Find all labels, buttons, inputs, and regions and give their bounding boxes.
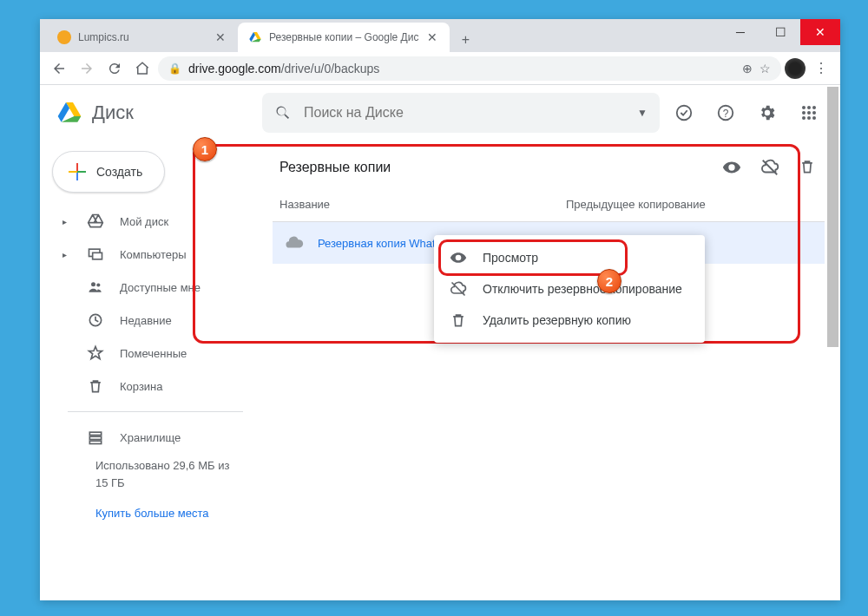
url-domain: drive.google.com	[188, 62, 281, 75]
sidebar-item-starred[interactable]: Помеченные	[47, 337, 257, 370]
svg-marker-5	[62, 116, 82, 122]
context-menu-delete[interactable]: Удалить резервную копию	[434, 305, 705, 336]
profile-avatar[interactable]	[785, 58, 806, 79]
svg-point-13	[807, 111, 811, 115]
table-header: Название Предыдущее копирование	[273, 193, 825, 222]
scrollbar-thumb[interactable]	[827, 87, 838, 347]
url-field[interactable]: 🔒 drive.google.com/drive/u/0/backups ⊕ ☆	[158, 56, 781, 81]
ready-offline-button[interactable]	[667, 95, 701, 130]
address-bar: 🔒 drive.google.com/drive/u/0/backups ⊕ ☆…	[40, 52, 840, 85]
sidebar-item-computers[interactable]: ▸Компьютеры	[47, 238, 257, 271]
tab-close-icon[interactable]: ✕	[214, 30, 227, 44]
new-tab-button[interactable]: +	[453, 28, 477, 52]
computers-icon	[87, 246, 104, 263]
search-options-icon[interactable]: ▼	[637, 107, 648, 119]
apps-button[interactable]	[792, 95, 826, 130]
context-menu-label: Удалить резервную копию	[483, 313, 631, 327]
search-input[interactable]	[304, 105, 625, 121]
view-icon[interactable]	[722, 158, 741, 177]
help-button[interactable]: ?	[708, 95, 743, 130]
page-title: Резервные копии	[279, 160, 391, 175]
storage-usage: Использовано 29,6 МБ из 15 ГБ	[47, 454, 257, 491]
create-button[interactable]: Создать	[52, 151, 165, 193]
drive-favicon-icon	[248, 30, 262, 44]
context-menu-disable[interactable]: Отключить резервное копирование	[434, 273, 705, 305]
create-label: Создать	[96, 165, 142, 179]
svg-point-10	[807, 106, 811, 109]
forward-button[interactable]	[75, 56, 99, 81]
lock-icon: 🔒	[168, 62, 181, 75]
browser-tab[interactable]: Резервные копии – Google Дис ✕	[238, 23, 450, 52]
context-menu-label: Отключить резервное копирование	[483, 282, 682, 296]
svg-point-6	[677, 106, 692, 121]
svg-point-20	[91, 282, 95, 286]
trash-icon	[450, 311, 467, 329]
section-header: Резервные копии	[273, 151, 825, 193]
svg-marker-1	[249, 32, 255, 42]
back-button[interactable]	[47, 56, 71, 81]
browser-menu-button[interactable]: ⋮	[809, 56, 833, 81]
sidebar-item-label: Компьютеры	[120, 248, 187, 261]
svg-rect-19	[93, 252, 102, 259]
close-button[interactable]: ✕	[800, 19, 840, 45]
context-menu: Просмотр Отключить резервное копирование…	[434, 235, 705, 343]
cloud-icon	[285, 233, 304, 252]
svg-rect-24	[89, 436, 101, 439]
eye-icon	[450, 249, 467, 266]
search-box[interactable]: ▼	[262, 93, 660, 133]
sidebar-item-label: Хранилище	[120, 431, 181, 444]
tab-title: Резервные копии – Google Дис	[269, 31, 418, 43]
disable-backup-icon[interactable]	[760, 158, 779, 177]
settings-button[interactable]	[750, 95, 785, 130]
trash-icon	[87, 377, 104, 395]
tab-close-icon[interactable]: ✕	[425, 30, 439, 44]
context-menu-label: Просмотр	[483, 251, 538, 265]
sidebar-item-trash[interactable]: Корзина	[47, 370, 257, 403]
app-name: Диск	[92, 102, 134, 124]
star-icon	[87, 344, 104, 362]
install-icon[interactable]: ⊕	[742, 62, 753, 75]
tab-title: Lumpics.ru	[78, 31, 207, 43]
bookmark-icon[interactable]: ☆	[760, 62, 771, 75]
sidebar-item-label: Мой диск	[120, 215, 168, 228]
shared-icon	[87, 279, 104, 296]
drive-logo[interactable]: Диск	[54, 99, 255, 127]
minimize-button[interactable]: ─	[720, 19, 760, 45]
maximize-button[interactable]: ☐	[760, 19, 800, 45]
sidebar-item-label: Корзина	[120, 380, 163, 393]
svg-point-12	[802, 111, 806, 115]
svg-rect-25	[89, 441, 101, 443]
svg-point-16	[807, 116, 811, 120]
sidebar-item-label: Помеченные	[120, 347, 187, 360]
browser-tab[interactable]: Lumpics.ru ✕	[47, 23, 238, 52]
sidebar-item-recent[interactable]: Недавние	[47, 304, 257, 337]
annotation-callout-2: 2	[597, 269, 621, 293]
column-name: Название	[279, 198, 566, 211]
main-panel: Резервные копии Название Предыдущее копи…	[257, 141, 840, 161]
delete-icon[interactable]	[799, 158, 816, 175]
svg-point-15	[802, 116, 806, 120]
context-menu-view[interactable]: Просмотр	[434, 242, 705, 273]
svg-point-11	[812, 106, 816, 109]
svg-text:?: ?	[723, 108, 729, 120]
cloud-off-icon	[450, 280, 467, 298]
svg-point-21	[96, 283, 100, 286]
window-controls: ─ ☐ ✕	[720, 19, 840, 45]
svg-point-14	[812, 111, 816, 115]
sidebar-item-mydrive[interactable]: ▸Мой диск	[47, 205, 257, 238]
app-header: Диск ▼ ?	[40, 85, 840, 141]
home-button[interactable]	[130, 56, 155, 81]
column-prev: Предыдущее копирование	[566, 198, 706, 211]
sidebar-item-label: Недавние	[120, 314, 172, 327]
sidebar-item-storage[interactable]: Хранилище	[47, 421, 257, 454]
annotation-callout-1: 1	[193, 137, 217, 161]
mydrive-icon	[87, 213, 104, 230]
reload-button[interactable]	[102, 56, 127, 81]
svg-point-9	[802, 106, 806, 109]
sidebar: Создать ▸Мой диск ▸Компьютеры Доступные …	[40, 141, 257, 527]
sidebar-item-shared[interactable]: Доступные мне	[47, 271, 257, 304]
buy-storage-link[interactable]: Купить больше места	[47, 491, 257, 520]
url-path: /drive/u/0/backups	[281, 62, 380, 75]
svg-marker-4	[58, 102, 69, 122]
favicon-icon	[57, 30, 71, 44]
